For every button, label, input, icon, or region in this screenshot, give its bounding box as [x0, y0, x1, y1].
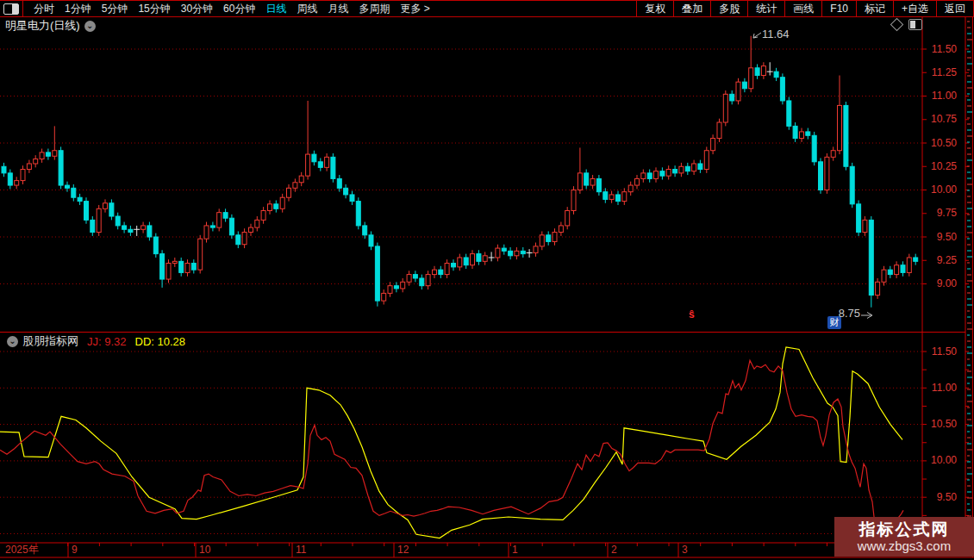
diamond-icon[interactable] [890, 18, 904, 32]
axis-tick-label: 10.50 [931, 419, 957, 430]
month-label: 10 [199, 544, 210, 556]
collapse-indicator-icon[interactable]: ⌄ [7, 336, 18, 347]
chevron-down-icon[interactable]: ⌄ [84, 21, 96, 32]
month-label: 3 [682, 544, 688, 556]
split-window-icon-fill [910, 21, 915, 28]
high-price-annotation: 11.64 [762, 28, 790, 40]
sell-signal-marker: ŝ [689, 308, 695, 320]
candlestick-series [2, 36, 918, 308]
month-label: 9 [72, 544, 78, 556]
month-label: 11 [296, 544, 306, 556]
trading-app-window: 分时 1分钟 5分钟 15分钟 30分钟 60分钟 日线 周线 月线 多周期 更… [0, 0, 974, 560]
indicator-name[interactable]: 股朋指标网 [22, 333, 78, 349]
axis-tick-label: 10.00 [931, 455, 957, 466]
time-axis: 2025年9101112123 [0, 543, 974, 557]
month-label: 12 [397, 544, 409, 556]
year-label: 2025年 [5, 544, 39, 556]
chart-corner-icons [892, 19, 922, 30]
axis-tick-label: 11.00 [932, 383, 957, 394]
axis-tick-label: 11.50 [932, 346, 957, 358]
month-label: 2 [611, 544, 617, 556]
indicator-value-axis: 11.5011.0010.5010.009.50 [922, 0, 964, 560]
chart-title-row: 明星电力(日线) ⌄ [5, 19, 96, 33]
low-price-annotation: 8.75 [829, 307, 860, 320]
watermark-url: www.zbgs3.com [858, 538, 951, 554]
watermark: 指标公式网 www.zbgs3.com [834, 517, 974, 557]
indicator-value-dd: DD: 10.28 [135, 335, 186, 348]
axis-tick-label: 9.50 [937, 492, 957, 503]
split-window-icon[interactable] [908, 19, 922, 30]
indicator-header: ⌄ 股朋指标网 JJ: 9.32 DD: 10.28 [3, 333, 185, 349]
indicator-lines [0, 347, 903, 544]
watermark-site-name: 指标公式网 [859, 520, 950, 538]
price-chart-canvas[interactable] [0, 0, 974, 560]
month-label: 1 [512, 544, 518, 556]
indicator-value-jj: JJ: 9.32 [87, 335, 127, 348]
page-title: 明星电力(日线) [5, 18, 80, 34]
